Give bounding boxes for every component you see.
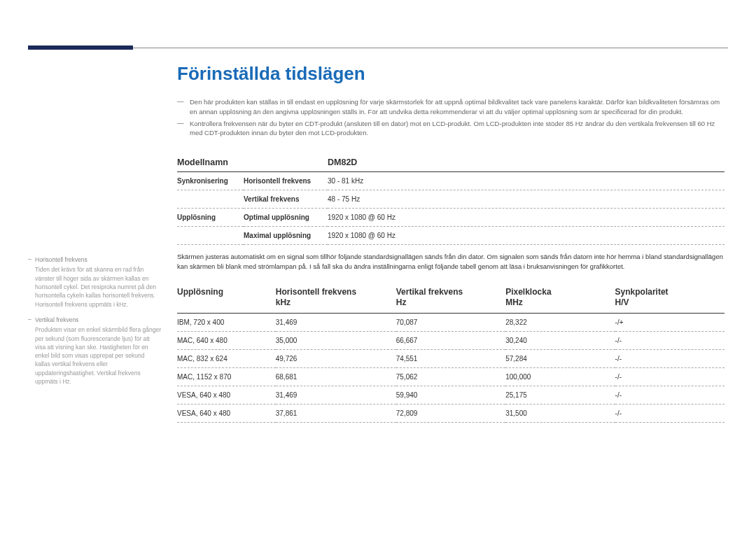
th-line2: Hz xyxy=(396,297,407,307)
td-res: MAC, 832 x 624 xyxy=(177,349,276,367)
note-block: Den här produkten kan ställas in till en… xyxy=(177,97,724,138)
timing-row: VESA, 640 x 480 37,861 72,809 31,500 -/- xyxy=(177,404,724,422)
td-res: IBM, 720 x 400 xyxy=(177,313,276,331)
td-p: 30,240 xyxy=(505,331,615,349)
spec-key: Horisontell frekvens xyxy=(244,172,328,190)
paragraph: Skärmen justeras automatiskt om en signa… xyxy=(177,252,724,272)
page-title: Förinställda tidslägen xyxy=(177,63,724,85)
td-res: VESA, 640 x 480 xyxy=(177,404,276,422)
td-v: 59,940 xyxy=(396,386,505,404)
spec-value: 30 - 81 kHz xyxy=(328,172,724,190)
td-res: MAC, 640 x 480 xyxy=(177,331,276,349)
td-p: 57,284 xyxy=(505,349,615,367)
th-resolution: Upplösning xyxy=(177,283,276,314)
td-v: 70,087 xyxy=(396,313,505,331)
th-line1: Pixelklocka xyxy=(505,287,551,297)
spec-header-row: Modellnamn DM82D xyxy=(177,153,724,172)
spec-row: Vertikal frekvens 48 - 75 Hz xyxy=(177,190,724,209)
sidebar-def: Tiden det krävs för att skanna en rad fr… xyxy=(35,265,161,309)
spec-table: Modellnamn DM82D Synkronisering Horisont… xyxy=(177,153,724,245)
spec-key: Optimal upplösning xyxy=(244,209,328,227)
spec-header-model-value: DM82D xyxy=(328,153,724,172)
sidebar-term: Horisontell frekvens xyxy=(35,255,161,264)
spec-group xyxy=(177,227,244,245)
note-item: Kontrollera frekvensen när du byter en C… xyxy=(177,119,724,139)
td-pol: -/- xyxy=(615,367,724,386)
td-h: 31,469 xyxy=(276,386,396,404)
th-line1: Synkpolaritet xyxy=(615,287,668,297)
td-pol: -/- xyxy=(615,349,724,367)
td-h: 49,726 xyxy=(276,349,396,367)
chapter-marker xyxy=(28,45,133,50)
spec-value: 1920 x 1080 @ 60 Hz xyxy=(328,209,724,227)
td-p: 31,500 xyxy=(505,404,615,422)
timing-row: IBM, 720 x 400 31,469 70,087 28,322 -/+ xyxy=(177,313,724,331)
sidebar-def: Produkten visar en enkel skärmbild flera… xyxy=(35,325,161,386)
sidebar-term: Vertikal frekvens xyxy=(35,316,161,324)
timing-row: VESA, 640 x 480 31,469 59,940 25,175 -/- xyxy=(177,386,724,404)
td-h: 68,681 xyxy=(276,367,396,386)
td-v: 66,667 xyxy=(396,331,505,349)
th-line2: H/V xyxy=(615,297,629,307)
spec-group xyxy=(177,190,244,209)
td-v: 75,062 xyxy=(396,367,505,386)
th-pixelclock: Pixelklocka MHz xyxy=(505,283,615,314)
td-pol: -/- xyxy=(615,386,724,404)
td-h: 37,861 xyxy=(276,404,396,422)
th-line1: Horisontell frekvens xyxy=(276,287,356,297)
spec-row: Maximal upplösning 1920 x 1080 @ 60 Hz xyxy=(177,227,724,245)
td-h: 31,469 xyxy=(276,313,396,331)
th-hfreq: Horisontell frekvens kHz xyxy=(276,283,396,314)
th-line2: kHz xyxy=(276,297,290,307)
td-pol: -/- xyxy=(615,331,724,349)
spec-key: Vertikal frekvens xyxy=(244,190,328,209)
td-pol: -/+ xyxy=(615,313,724,331)
th-line1: Upplösning xyxy=(177,287,223,297)
td-res: MAC, 1152 x 870 xyxy=(177,367,276,386)
th-vfreq: Vertikal frekvens Hz xyxy=(396,283,505,314)
spec-value: 1920 x 1080 @ 60 Hz xyxy=(328,227,724,245)
spec-header-model-label: Modellnamn xyxy=(177,153,328,172)
sidebar-notes: Horisontell frekvens Tiden det krävs för… xyxy=(28,255,161,393)
spec-key: Maximal upplösning xyxy=(244,227,328,245)
td-v: 74,551 xyxy=(396,349,505,367)
td-p: 28,322 xyxy=(505,313,615,331)
top-divider xyxy=(28,48,728,48)
spec-group: Upplösning xyxy=(177,209,244,227)
td-h: 35,000 xyxy=(276,331,396,349)
timing-row: MAC, 832 x 624 49,726 74,551 57,284 -/- xyxy=(177,349,724,367)
td-v: 72,809 xyxy=(396,404,505,422)
timing-row: MAC, 1152 x 870 68,681 75,062 100,000 -/… xyxy=(177,367,724,386)
timing-row: MAC, 640 x 480 35,000 66,667 30,240 -/- xyxy=(177,331,724,349)
td-p: 25,175 xyxy=(505,386,615,404)
spec-row: Synkronisering Horisontell frekvens 30 -… xyxy=(177,172,724,190)
td-p: 100,000 xyxy=(505,367,615,386)
spec-row: Upplösning Optimal upplösning 1920 x 108… xyxy=(177,209,724,227)
spec-value: 48 - 75 Hz xyxy=(328,190,724,209)
main-content: Förinställda tidslägen Den här produkten… xyxy=(177,63,724,423)
timing-header-row: Upplösning Horisontell frekvens kHz Vert… xyxy=(177,283,724,314)
th-line2: MHz xyxy=(505,297,523,307)
td-pol: -/- xyxy=(615,404,724,422)
th-line1: Vertikal frekvens xyxy=(396,287,463,297)
spec-group: Synkronisering xyxy=(177,172,244,190)
note-item: Den här produkten kan ställas in till en… xyxy=(177,97,724,117)
timing-table: Upplösning Horisontell frekvens kHz Vert… xyxy=(177,283,724,423)
sidebar-note-vfreq: Vertikal frekvens Produkten visar en enk… xyxy=(28,316,161,386)
td-res: VESA, 640 x 480 xyxy=(177,386,276,404)
th-polarity: Synkpolaritet H/V xyxy=(615,283,724,314)
sidebar-note-hfreq: Horisontell frekvens Tiden det krävs för… xyxy=(28,255,161,309)
